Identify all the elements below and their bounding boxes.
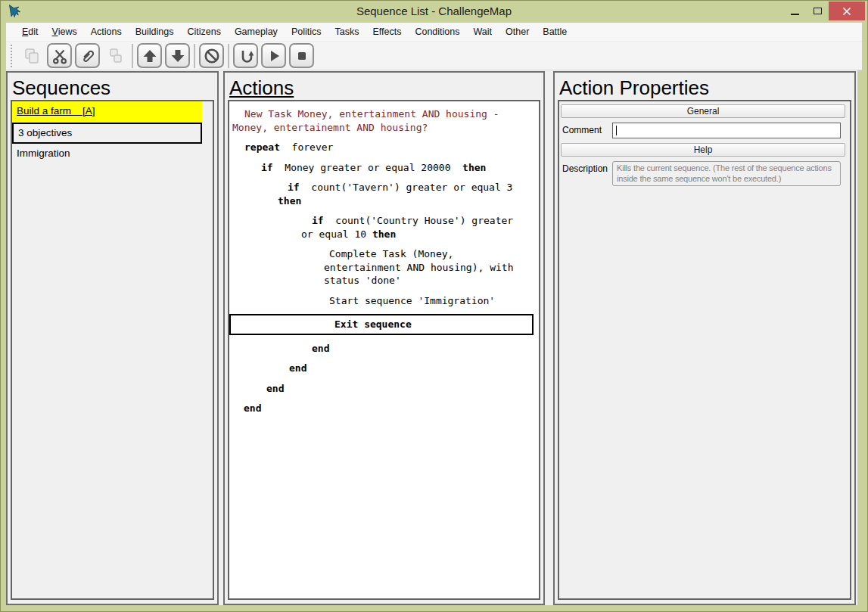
action-row[interactable]: repeat forever [229,141,526,154]
move-up-button[interactable] [137,43,162,68]
menu-item-other[interactable]: Other [499,23,536,42]
description-label: Description [561,161,612,174]
action-row[interactable]: Complete Task (Money, entertainment AND … [229,247,526,287]
maximize-icon [814,8,822,14]
application-window: Sequence List - ChallengeMap EditViewsAc… [0,0,868,612]
close-icon [842,7,851,16]
action-row[interactable]: end [229,382,526,396]
play-button[interactable] [261,43,286,68]
description-field-row: Description Kills the current sequence. … [561,161,848,186]
copy-icon [23,47,41,65]
content-area: Sequences Build a farm [A]3 objectivesIm… [6,70,857,605]
play-icon [265,47,283,65]
sequences-heading: Sequences [12,76,217,100]
action-row[interactable]: New Task Money, entertainment AND housin… [229,107,526,134]
action-row[interactable]: end [229,402,526,415]
sequence-item[interactable]: 3 objectives [12,123,202,144]
properties-box: General Comment Help Description Kills t… [558,100,851,600]
action-properties-heading: Action Properties [559,76,854,100]
paperclip-icon [79,47,97,65]
copy-button [19,43,44,68]
menu-bar: EditViewsActionsBuildingsCitizensGamepla… [6,23,862,42]
menu-item-wait[interactable]: Wait [466,23,499,42]
toolbar-gripper[interactable] [11,45,14,67]
help-group-header[interactable]: Help [561,143,845,157]
paperclip-button[interactable] [75,43,100,68]
general-group-header[interactable]: General [561,104,845,118]
window-title: Sequence List - ChallengeMap [0,0,868,23]
stop-button[interactable] [289,43,314,68]
action-properties-panel: Action Properties General Comment Help D… [553,71,856,605]
comment-label: Comment [561,123,612,135]
action-row[interactable]: if count('Country House') greater or equ… [229,214,526,241]
block-icon [203,47,221,65]
menu-item-edit[interactable]: Edit [15,23,45,42]
sequences-panel: Sequences Build a farm [A]3 objectivesIm… [6,71,219,605]
menu-item-buildings[interactable]: Buildings [129,23,181,42]
minimize-button[interactable] [783,2,806,20]
close-button[interactable] [829,2,865,20]
menu-item-tasks[interactable]: Tasks [328,23,366,42]
toolbar-separator [194,44,195,68]
titlebar[interactable]: Sequence List - ChallengeMap [0,0,868,23]
duplicate-icon [107,47,125,65]
actions-heading: Actions [229,76,543,100]
sequences-list[interactable]: Build a farm [A]3 objectivesImmigration [11,100,214,600]
action-row[interactable]: end [229,362,526,375]
move-up-icon [141,47,159,65]
sequence-item[interactable]: Immigration [12,144,213,165]
maximize-button[interactable] [806,2,829,20]
window-controls [783,2,865,20]
action-row[interactable]: end [229,342,526,356]
action-row[interactable]: Start sequence 'Immigration' [229,294,526,308]
return-icon [237,47,255,65]
minimize-icon [791,14,799,15]
toolbar-separator [228,44,229,68]
menu-item-conditions[interactable]: Conditions [408,23,466,42]
block-button[interactable] [199,43,224,68]
action-row[interactable]: Exit sequence [229,314,534,335]
cut-button[interactable] [47,43,72,68]
duplicate-button [103,43,128,68]
menu-item-actions[interactable]: Actions [84,23,129,42]
sequence-item[interactable]: Build a farm [A] [12,101,202,123]
comment-field-row: Comment [561,123,848,138]
move-down-icon [169,47,187,65]
actions-list[interactable]: New Task Money, entertainment AND housin… [228,100,540,600]
cut-icon [51,47,69,65]
action-row[interactable]: if count('Tavern') greater or equal 3 th… [229,181,526,207]
return-button[interactable] [233,43,258,68]
comment-input-border [612,123,841,138]
move-down-button[interactable] [165,43,190,68]
action-row[interactable]: if Money greater or equal 20000 then [229,161,526,175]
menu-item-citizens[interactable]: Citizens [180,23,227,42]
actions-panel: Actions New Task Money, entertainment AN… [223,71,545,605]
stop-icon [293,47,311,65]
menu-item-effects[interactable]: Effects [366,23,408,42]
menu-item-gameplay[interactable]: Gameplay [228,23,285,42]
description-text: Kills the current sequence. (The rest of… [612,161,841,186]
comment-input[interactable] [613,123,840,138]
toolbar [6,42,862,70]
menu-item-battle[interactable]: Battle [536,23,574,42]
menu-item-politics[interactable]: Politics [285,23,328,42]
toolbar-separator [132,44,133,68]
menu-item-views[interactable]: Views [45,23,84,42]
